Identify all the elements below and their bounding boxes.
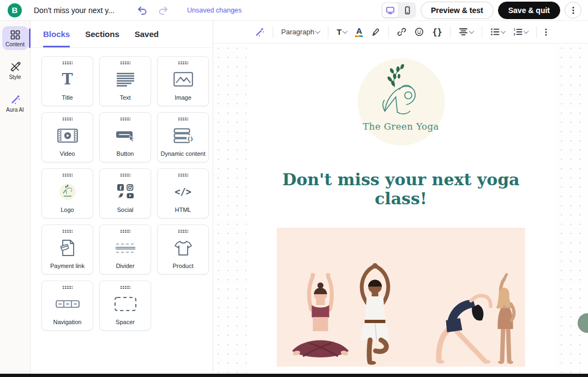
undo-button[interactable] (134, 4, 151, 17)
kebab-icon (572, 6, 574, 15)
chevron-down-icon (315, 28, 321, 34)
product-block-icon (174, 240, 193, 256)
kebab-icon (545, 28, 547, 37)
brevo-logo-letter: B (12, 5, 18, 15)
personalization-button[interactable]: {} (428, 25, 446, 40)
font-size-dropdown[interactable]: T (333, 25, 351, 39)
paragraph-style-dropdown[interactable]: Paragraph (278, 25, 324, 39)
rail-label-aura-ai: Aura AI (6, 107, 24, 113)
bullet-list-dropdown[interactable] (487, 25, 509, 39)
logo-block-icon (59, 183, 76, 200)
block-label: Text (119, 94, 130, 101)
svg-text:{}: {} (187, 136, 193, 142)
email-illustration-block[interactable] (277, 228, 525, 367)
dynamic-content-block-icon: {} (173, 128, 193, 143)
title-block-icon: T (62, 72, 73, 87)
aura-ai-wand-icon (10, 94, 21, 105)
social-block-icon: f (116, 184, 135, 200)
rail-item-style[interactable]: Style (2, 58, 28, 83)
yoga-figure-line-art (374, 64, 428, 121)
block-card-video[interactable]: Video (41, 112, 93, 162)
save-quit-button[interactable]: Save & quit (498, 2, 560, 19)
block-label: Payment link (50, 263, 85, 269)
numbered-list-icon: 1 2 (513, 28, 523, 36)
content-grid-icon (10, 30, 20, 40)
block-label: Spacer (116, 319, 135, 325)
panel-tabs: Blocks Sections Saved (31, 21, 213, 48)
block-label: Social (117, 206, 134, 213)
block-label: Title (62, 94, 73, 101)
desktop-view-button[interactable] (382, 3, 398, 17)
desktop-icon (386, 6, 395, 15)
emoji-button[interactable] (411, 25, 428, 39)
redo-icon (158, 6, 169, 15)
block-card-product[interactable]: Product (157, 224, 209, 275)
campaign-title[interactable]: Don't miss your next y... (34, 6, 129, 15)
rail-label-style: Style (9, 74, 21, 80)
save-status: Unsaved changes (187, 7, 242, 14)
text-color-icon: A (355, 27, 363, 37)
block-label: Image (175, 94, 191, 101)
svg-text:2: 2 (514, 33, 516, 36)
block-label: Product (173, 263, 194, 269)
link-icon (397, 27, 406, 37)
rail-item-content[interactable]: Content (2, 26, 28, 50)
toolbar-divider (328, 26, 328, 38)
window-bottom-edge (0, 374, 588, 377)
toolbar-divider (536, 26, 537, 38)
chevron-down-icon (501, 28, 506, 34)
block-card-html[interactable]: </> HTML (157, 168, 209, 218)
magic-wand-icon (255, 27, 265, 37)
toolbar-divider (450, 26, 451, 38)
svg-text:f: f (119, 185, 122, 191)
undo-icon (137, 6, 147, 15)
email-sheet[interactable]: The Green Yoga Don't miss your next yoga… (247, 44, 555, 377)
brevo-logo: B (8, 3, 22, 17)
chevron-down-icon (343, 28, 348, 34)
alignment-dropdown[interactable] (455, 25, 477, 39)
block-card-social[interactable]: f Social (99, 168, 151, 218)
paragraph-style-value: Paragraph (281, 28, 315, 36)
link-button[interactable] (393, 25, 410, 39)
tab-blocks[interactable]: Blocks (43, 29, 70, 47)
email-heading[interactable]: Don't miss your next yoga class! (259, 170, 543, 208)
more-options-button[interactable] (565, 2, 581, 19)
email-logo-block[interactable]: The Green Yoga (357, 58, 445, 145)
mobile-view-button[interactable] (399, 3, 415, 17)
device-preview-toggle (381, 2, 416, 19)
font-size-icon: T (337, 27, 341, 37)
text-color-button[interactable]: A (351, 24, 367, 40)
html-block-icon: </> (175, 186, 191, 197)
block-card-title[interactable]: T Title (41, 56, 93, 106)
block-card-payment-link[interactable]: Payment link (41, 224, 93, 275)
ai-assist-button[interactable] (251, 25, 268, 40)
numbered-list-dropdown[interactable]: 1 2 (509, 25, 532, 39)
block-label: Navigation (53, 319, 82, 325)
button-block-icon (115, 129, 136, 143)
block-label: Divider (116, 263, 134, 269)
block-card-navigation[interactable]: Navigation (41, 281, 93, 331)
block-card-image[interactable]: Image (157, 56, 209, 106)
rail-label-content: Content (5, 41, 25, 47)
tab-sections[interactable]: Sections (85, 29, 119, 47)
toolbar-divider (482, 26, 482, 38)
block-card-spacer[interactable]: Spacer (99, 281, 151, 331)
style-pen-ruler-icon (10, 62, 21, 72)
tab-saved[interactable]: Saved (135, 29, 159, 47)
top-bar: B Don't miss your next y... Unsaved chan… (0, 0, 588, 21)
svg-text:1: 1 (514, 28, 516, 31)
preview-test-button[interactable]: Preview & test (421, 2, 494, 19)
block-card-logo[interactable]: Logo (41, 168, 93, 218)
text-block-icon (116, 72, 135, 87)
highlight-button[interactable] (367, 25, 384, 39)
toolbar-more-button[interactable] (541, 25, 551, 39)
block-card-text[interactable]: Text (99, 56, 151, 106)
video-block-icon (57, 129, 78, 143)
block-card-button[interactable]: Button (99, 112, 151, 162)
rail-item-aura-ai[interactable]: Aura AI (2, 90, 28, 115)
payment-link-block-icon (59, 239, 76, 257)
chevron-down-icon (469, 28, 475, 34)
block-card-dynamic-content[interactable]: {} Dynamic content (157, 112, 209, 162)
redo-button[interactable] (155, 4, 172, 17)
block-card-divider[interactable]: Divider (99, 224, 151, 275)
